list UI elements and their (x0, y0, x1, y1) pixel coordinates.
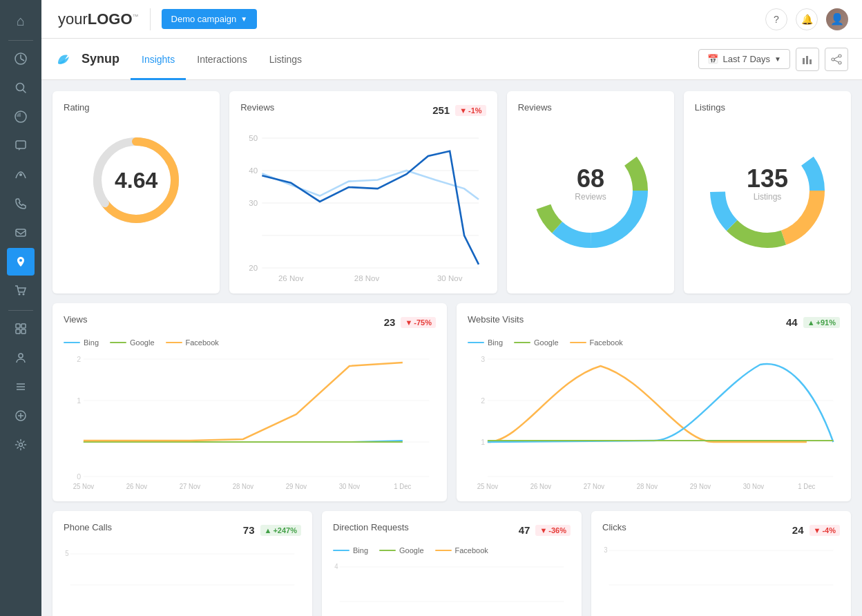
sidebar-item-settings[interactable] (7, 431, 35, 459)
share-button[interactable] (825, 48, 848, 71)
cards-row-1: Rating 4.64 (52, 91, 851, 293)
sidebar-item-list[interactable] (7, 373, 35, 401)
reviews-donut-svg: 68 Reviews (525, 125, 656, 256)
tab-insights[interactable]: Insights (131, 39, 186, 80)
svg-text:30: 30 (249, 199, 258, 207)
reviews-chart-header: Reviews 251 ▼ -1% (240, 102, 486, 118)
reviews-count: 251 (432, 104, 450, 116)
help-icon: ? (774, 14, 779, 25)
google-dot-wv (514, 342, 530, 343)
clicks-chart: 3 (602, 543, 840, 599)
svg-text:29 Nov: 29 Nov (690, 483, 711, 490)
sidebar-item-signal[interactable] (7, 161, 35, 189)
gauge-container: 4.64 (88, 132, 184, 229)
facebook-dr: Facebook (455, 546, 488, 555)
google-label-wv: Google (534, 338, 558, 347)
google-label: Google (130, 338, 154, 347)
sidebar-item-plugin[interactable] (7, 402, 35, 430)
nav-actions: 📅 Last 7 Days ▼ (698, 48, 848, 71)
clicks-count: 24 (792, 524, 804, 536)
svg-rect-4 (16, 141, 26, 148)
svg-text:2: 2 (77, 355, 81, 363)
svg-rect-11 (21, 324, 26, 328)
facebook-label: Facebook (186, 338, 219, 347)
svg-text:30 Nov: 30 Nov (339, 483, 361, 490)
svg-text:1: 1 (77, 396, 81, 405)
sidebar-item-cart[interactable] (7, 277, 35, 305)
listings-donut-title: Listings (695, 102, 840, 113)
sidebar-item-chat[interactable] (7, 132, 35, 160)
direction-requests-title: Direction Requests (333, 522, 409, 532)
sidebar-item-person[interactable] (7, 344, 35, 372)
arrow-down-icon-2: ▼ (405, 318, 412, 327)
bing-legend-dot (64, 342, 80, 343)
share-icon (831, 54, 842, 65)
sidebar-item-phone[interactable] (7, 190, 35, 218)
sidebar-divider-2 (8, 310, 33, 311)
facebook-dot-dr (435, 550, 452, 551)
svg-text:26 Nov: 26 Nov (278, 274, 304, 282)
main-wrapper: Synup Insights Interactions Listings 📅 L… (41, 0, 862, 616)
svg-text:4: 4 (334, 563, 338, 570)
views-count: 23 (384, 316, 396, 328)
brand-name: Synup (82, 52, 119, 66)
sidebar-item-grid[interactable] (7, 315, 35, 343)
chart-view-button[interactable] (796, 48, 819, 71)
listings-donut-wrap: 135 Listings (695, 118, 840, 263)
svg-point-26 (832, 58, 834, 61)
reviews-chart-svg: 50 40 30 20 26 Nov 28 Nov 30 Nov (240, 124, 486, 282)
svg-rect-22 (803, 58, 805, 64)
svg-text:135: 135 (747, 164, 788, 193)
arrow-down-icon-3: ▼ (539, 526, 547, 535)
demo-campaign-button[interactable]: Demo campaign ▼ (162, 9, 258, 29)
website-visits-legend: Bing Google Facebook (468, 336, 840, 352)
sidebar-item-analytics[interactable] (7, 45, 35, 73)
legend-google-dr: Google (379, 546, 423, 555)
reviews-line-chart: 50 40 30 20 26 Nov 28 Nov 30 Nov (240, 124, 486, 282)
help-button[interactable]: ? (765, 8, 787, 30)
svg-text:1: 1 (481, 438, 485, 446)
notifications-button[interactable]: 🔔 (796, 8, 818, 30)
legend-bing: Bing (64, 338, 99, 347)
cards-row-2: Views 23 ▼ -75% Bing (52, 303, 851, 501)
svg-text:20: 20 (249, 264, 258, 272)
svg-text:27 Nov: 27 Nov (584, 483, 605, 490)
views-change-value: -75% (414, 318, 432, 327)
phone-calls-count: 73 (243, 524, 255, 536)
reviews-chart-title: Reviews (240, 102, 274, 113)
svg-text:2: 2 (481, 396, 485, 405)
views-card-header: Views 23 ▼ -75% (64, 314, 436, 330)
tab-listings[interactable]: Listings (258, 39, 313, 80)
sidebar-item-home[interactable]: ⌂ (7, 7, 35, 35)
svg-text:Reviews: Reviews (575, 192, 606, 202)
svg-text:30 Nov: 30 Nov (743, 483, 765, 490)
sidebar-item-search[interactable] (7, 74, 35, 102)
clicks-header: Clicks 24 ▼ -4% (602, 522, 840, 538)
rating-value: 4.64 (115, 168, 157, 193)
chevron-down-icon: ▼ (774, 55, 781, 63)
svg-text:5: 5 (65, 550, 69, 557)
user-avatar[interactable]: 👤 (826, 8, 848, 30)
nav-right: ? 🔔 👤 (765, 8, 848, 30)
date-filter-button[interactable]: 📅 Last 7 Days ▼ (698, 49, 790, 69)
sidebar-item-location[interactable] (7, 248, 35, 276)
tab-interactions[interactable]: Interactions (186, 39, 258, 80)
sidebar-item-reports[interactable] (7, 103, 35, 131)
direction-chart: 4 (333, 560, 571, 615)
phone-calls-title: Phone Calls (64, 522, 112, 532)
arrow-up-icon-2: ▲ (265, 526, 272, 535)
reviews-change-value: -1% (468, 106, 482, 115)
website-visits-chart: 3 2 1 25 Nov 26 Nov 27 Nov 28 Nov (468, 352, 840, 490)
sidebar-divider (8, 40, 33, 41)
bing-label-wv: Bing (488, 338, 503, 347)
nav-tabs: Insights Interactions Listings (131, 39, 313, 79)
logo: yourLOGO™ (58, 10, 139, 28)
sidebar-item-email[interactable] (7, 219, 35, 247)
logo-divider (150, 8, 151, 30)
google-legend-dot (110, 342, 126, 343)
rating-title: Rating (64, 102, 209, 113)
svg-point-9 (23, 293, 25, 296)
svg-text:1 Dec: 1 Dec (394, 483, 411, 490)
clicks-svg: 3 (602, 543, 840, 599)
direction-svg: 4 (333, 560, 571, 615)
